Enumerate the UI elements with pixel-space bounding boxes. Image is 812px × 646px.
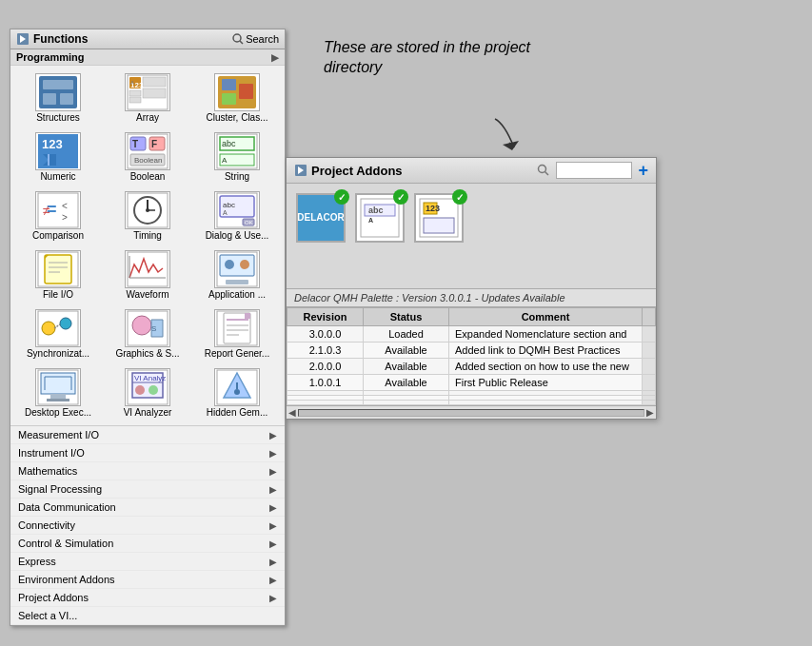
menu-item-control[interactable]: Control & Simulation ▶ <box>10 535 285 553</box>
search-area[interactable]: Search <box>232 33 279 45</box>
scroll-left-arrow[interactable]: ◀ <box>288 407 296 418</box>
sync-svg <box>37 310 79 346</box>
icon-item-comparison[interactable]: = ≠ < > Comparison <box>14 187 102 245</box>
functions-icon <box>16 32 30 46</box>
menu-item-connectivity[interactable]: Connectivity ▶ <box>10 517 285 535</box>
label-cluster: Cluster, Clas... <box>206 112 267 123</box>
icon-item-waveform[interactable]: Waveform <box>104 246 191 303</box>
menu-item-signal[interactable]: Signal Processing ▶ <box>10 480 285 499</box>
cell-revision-3: 1.0.0.1 <box>287 375 364 391</box>
svg-rect-53 <box>45 255 71 284</box>
comparison-svg: = ≠ < > <box>37 192 79 228</box>
icon-item-structures[interactable]: Structures <box>14 69 102 127</box>
icon-box-fileio <box>35 250 81 288</box>
menu-item-environment[interactable]: Environment Addons ▶ <box>10 571 285 589</box>
cell-status-1: Available <box>364 343 449 359</box>
menu-item-express[interactable]: Express ▶ <box>10 553 285 571</box>
scroll-right-arrow[interactable]: ▶ <box>646 407 654 418</box>
icon-item-application[interactable]: Application ... <box>193 246 281 303</box>
svg-text:123: 123 <box>426 204 440 213</box>
svg-point-89 <box>135 385 145 395</box>
icon-item-report[interactable]: Report Gener... <box>193 305 281 362</box>
icon-item-timing[interactable]: Timing <box>104 187 191 245</box>
menu-item-instrument[interactable]: Instrument I/O ▶ <box>10 444 285 462</box>
instrument-arrow: ▶ <box>269 448 277 459</box>
icon-item-dialog[interactable]: abc A OK Dialog & Use... <box>193 187 281 245</box>
menu-item-mathematics[interactable]: Mathematics ▶ <box>10 462 285 480</box>
svg-text:abc: abc <box>368 206 384 215</box>
table-wrapper: Revision Status Comment 3.0.0.0LoadedExp… <box>287 307 656 405</box>
addon-item-2[interactable]: ✓ abc A <box>355 193 405 243</box>
info-bar: Delacor QMH Palette : Version 3.0.0.1 - … <box>287 288 656 307</box>
icon-item-boolean[interactable]: T F Boolean Boolean <box>104 128 191 186</box>
icon-box-string: abc A <box>214 132 260 170</box>
svg-rect-6 <box>43 93 56 105</box>
addon-item-delacor[interactable]: ✓ DELACOR <box>296 193 346 243</box>
icon-item-hidden[interactable]: Hidden Gem... <box>193 364 281 421</box>
project-panel: Project Addons + ✓ DELACOR ✓ <box>286 157 657 420</box>
signal-arrow: ▶ <box>269 484 277 495</box>
icon-item-numeric[interactable]: 123 Numeric <box>14 128 102 186</box>
programming-header: Programming ▶ <box>10 49 285 66</box>
addon-item-3[interactable]: ✓ 123 <box>414 193 464 243</box>
col-header-status: Status <box>364 308 449 326</box>
svg-text:Boolean: Boolean <box>134 156 162 165</box>
icon-item-sync[interactable]: Synchronizat... <box>14 305 102 362</box>
functions-titlebar: Functions Search <box>10 29 285 49</box>
table-row[interactable]: 2.0.0.0AvailableAdded section on how to … <box>287 359 656 375</box>
label-boolean: Boolean <box>130 171 166 182</box>
functions-panel: Functions Search Programming ▶ Str <box>10 29 286 626</box>
functions-title: Functions <box>16 32 88 46</box>
menu-label-mathematics: Mathematics <box>18 465 77 477</box>
icon-item-desktop[interactable]: Desktop Exec... <box>14 364 102 421</box>
table-row[interactable]: 2.1.0.3AvailableAdded link to DQMH Best … <box>287 343 656 359</box>
icon-item-array[interactable]: 123 A Array <box>104 69 191 127</box>
cell-revision-6 <box>287 401 364 405</box>
label-timing: Timing <box>133 230 162 241</box>
icon-item-vi[interactable]: VI Analyz VI Analyzer <box>104 364 191 421</box>
icon-box-desktop <box>35 368 81 406</box>
icon-box-waveform <box>125 250 170 288</box>
svg-rect-63 <box>226 280 248 284</box>
info-text: Delacor QMH Palette : Version 3.0.0.1 - … <box>294 292 565 303</box>
svg-text:A: A <box>222 156 228 165</box>
project-search-input[interactable] <box>556 162 632 179</box>
table-row[interactable] <box>287 401 656 405</box>
cell-revision-0: 3.0.0.0 <box>287 326 364 343</box>
scrollbar-cell-0 <box>643 326 656 343</box>
svg-text:A: A <box>130 80 134 86</box>
icon-item-cluster[interactable]: Cluster, Clas... <box>193 69 281 127</box>
svg-marker-80 <box>245 313 250 319</box>
icon-box-hidden <box>214 368 260 406</box>
svg-point-90 <box>149 385 158 395</box>
boolean-svg: T F Boolean <box>127 133 168 169</box>
icon-item-fileio[interactable]: File I/O <box>14 246 102 303</box>
label-vi: VI Analyzer <box>124 407 172 418</box>
icon-item-graphics[interactable]: S Graphics & S... <box>104 305 191 362</box>
menu-item-project[interactable]: Project Addons ▶ <box>10 589 285 607</box>
icon-box-sync <box>35 309 81 347</box>
svg-rect-84 <box>47 399 69 401</box>
annotation: These are stored in the project director… <box>324 38 530 78</box>
svg-point-71 <box>132 316 151 335</box>
table-row[interactable]: 1.0.0.1AvailableFirst Public Release <box>287 375 656 391</box>
label-structures: Structures <box>36 112 80 123</box>
mathematics-arrow: ▶ <box>269 466 277 477</box>
scrollbar-bottom[interactable]: ◀ ▶ <box>287 405 656 419</box>
report-svg <box>216 310 258 346</box>
svg-text:123: 123 <box>42 137 63 151</box>
waveform-svg <box>127 251 168 287</box>
label-comparison: Comparison <box>32 230 84 241</box>
add-addon-button[interactable]: + <box>638 162 648 179</box>
icon-item-string[interactable]: abc A String <box>193 128 281 186</box>
menu-item-select[interactable]: Select a VI... <box>10 607 285 625</box>
menu-item-data[interactable]: Data Communication ▶ <box>10 499 285 517</box>
table-row[interactable]: 3.0.0.0LoadedExpanded Nomenclature secti… <box>287 326 656 343</box>
svg-point-93 <box>234 389 240 395</box>
menu-item-measurement[interactable]: Measurement I/O ▶ <box>10 426 285 444</box>
numeric-svg: 123 <box>37 133 79 169</box>
svg-rect-5 <box>43 80 73 89</box>
cell-status-2: Available <box>364 359 449 375</box>
svg-rect-19 <box>239 84 253 99</box>
svg-text:<: < <box>62 201 68 211</box>
